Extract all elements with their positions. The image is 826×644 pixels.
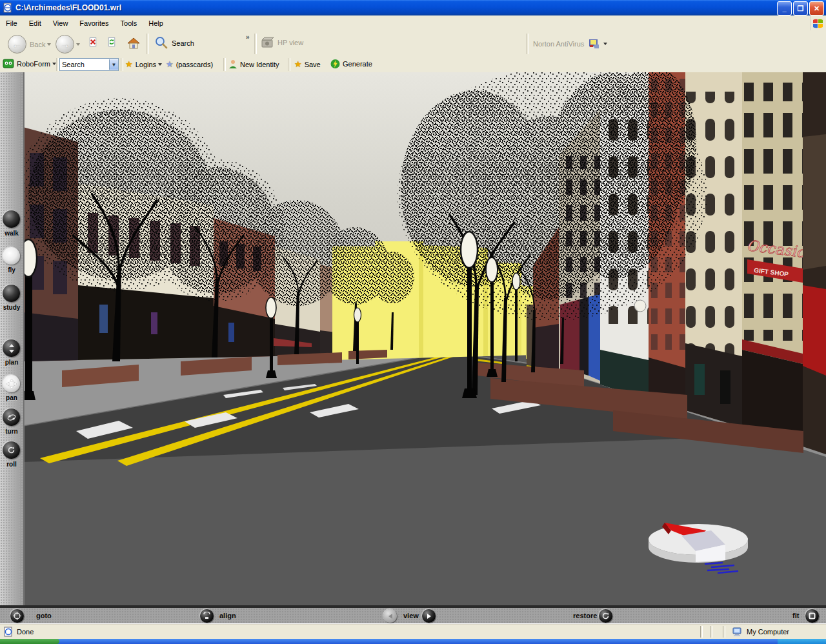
- plan-label: plan: [0, 359, 23, 366]
- align-button[interactable]: [200, 609, 214, 623]
- turn-button[interactable]: [3, 408, 20, 426]
- fly-label: fly: [0, 267, 23, 274]
- statusbar-separator: [723, 626, 725, 638]
- restore-rotate-icon: [601, 612, 610, 620]
- forward-icon: →: [55, 35, 74, 54]
- fit-button[interactable]: [805, 609, 819, 623]
- pan-button[interactable]: [3, 375, 20, 392]
- fit-label: fit: [792, 612, 799, 619]
- menu-bar: File Edit View Favorites Tools Help: [0, 15, 826, 32]
- logins-dropdown-icon[interactable]: [158, 63, 162, 66]
- study-button[interactable]: [3, 285, 20, 302]
- restore-button[interactable]: ❐: [793, 1, 808, 15]
- roboform-search-combo[interactable]: ▼: [59, 58, 119, 71]
- restore-label: restore: [573, 612, 597, 619]
- roboform-menu-button[interactable]: RoboForm: [3, 59, 56, 68]
- hp-view-label: HP view: [277, 39, 303, 46]
- plan-button[interactable]: [3, 339, 20, 357]
- view-previous-button[interactable]: [383, 609, 397, 623]
- menu-tools[interactable]: Tools: [115, 17, 143, 30]
- title-bar[interactable]: C:\Archimedes\FLOOD01.wrl _ ❐ ✕: [0, 0, 826, 15]
- fly-button[interactable]: [3, 247, 20, 265]
- save-button[interactable]: ★ Save: [294, 59, 321, 69]
- menu-favorites[interactable]: Favorites: [74, 17, 114, 30]
- align-label: align: [219, 612, 236, 619]
- goto-label: goto: [36, 612, 52, 619]
- norton-icon: [588, 38, 600, 49]
- hp-view-button[interactable]: HP view: [261, 36, 303, 49]
- roboform-search-input[interactable]: [60, 61, 109, 68]
- turn-label: turn: [0, 428, 23, 435]
- new-identity-label: New Identity: [240, 61, 279, 68]
- system-tray-sliver: [778, 639, 826, 644]
- back-dropdown-icon[interactable]: [47, 43, 51, 46]
- toolbar-overflow-chevron[interactable]: »: [246, 34, 250, 41]
- norton-antivirus-button[interactable]: Norton AntiVirus: [533, 38, 607, 49]
- save-label: Save: [305, 61, 321, 68]
- walk-label: walk: [0, 230, 23, 237]
- forward-button[interactable]: →: [55, 35, 80, 54]
- walk-button[interactable]: [3, 210, 20, 228]
- toolbar-separator: [526, 34, 529, 54]
- refresh-icon: [106, 37, 117, 47]
- toolbar-separator: [146, 34, 149, 54]
- pan-arrows-icon: [6, 379, 17, 389]
- combo-dropdown-icon[interactable]: ▼: [109, 59, 118, 70]
- home-button[interactable]: [126, 36, 141, 50]
- search-button[interactable]: Search: [154, 35, 194, 51]
- status-bar: Done My Computer: [0, 623, 826, 639]
- logins-star-icon: ★: [125, 59, 133, 69]
- logins-button[interactable]: ★ Logins: [125, 59, 162, 69]
- search-icon: [154, 35, 169, 51]
- menu-file[interactable]: File: [0, 17, 23, 30]
- status-zone-label: My Computer: [747, 628, 789, 636]
- minimize-button[interactable]: _: [777, 1, 792, 15]
- generate-button[interactable]: Generate: [330, 59, 372, 69]
- new-identity-button[interactable]: New Identity: [228, 59, 279, 69]
- roll-button[interactable]: [3, 441, 20, 459]
- browser-window: C:\Archimedes\FLOOD01.wrl _ ❐ ✕ File Edi…: [0, 0, 826, 644]
- lightning-icon: [330, 59, 340, 69]
- back-label: Back: [30, 41, 45, 48]
- roboform-icon: [3, 59, 14, 68]
- my-computer-icon: [732, 627, 743, 637]
- statusbar-separator: [710, 626, 712, 638]
- save-star-icon: ★: [294, 59, 302, 69]
- view-next-button[interactable]: [422, 609, 436, 623]
- goto-button[interactable]: [10, 609, 24, 623]
- back-button[interactable]: ← Back: [8, 35, 51, 54]
- 3d-scene[interactable]: Occasionally GIFT SHOP: [23, 72, 826, 605]
- close-button[interactable]: ✕: [809, 1, 824, 15]
- menu-help[interactable]: Help: [143, 17, 169, 30]
- home-icon: [126, 36, 141, 50]
- study-label: study: [0, 304, 23, 311]
- forward-dropdown-icon[interactable]: [76, 43, 80, 46]
- taskbar-sliver[interactable]: [0, 639, 826, 644]
- person-icon: [228, 59, 237, 69]
- stop-icon: [88, 37, 98, 47]
- view-prev-arrow-icon: [387, 613, 394, 619]
- vrml-nav-strip: walk fly study plan pan turn: [0, 72, 24, 605]
- restore-button[interactable]: [599, 609, 612, 623]
- windows-logo-icon: [810, 16, 825, 30]
- view-next-arrow-icon: [426, 613, 432, 619]
- menu-edit[interactable]: Edit: [23, 17, 47, 30]
- ie-toolbar: ← Back →: [0, 31, 826, 57]
- plan-arrows-icon: [8, 344, 15, 353]
- passcards-label: (passcards): [176, 61, 213, 68]
- stop-button[interactable]: [88, 37, 98, 47]
- back-icon: ←: [8, 35, 26, 54]
- ie-document-icon: [3, 3, 13, 13]
- roll-rotate-icon: [7, 446, 15, 454]
- passcards-star-icon: ★: [166, 59, 174, 69]
- roboform-toolbar: RoboForm ▼ ★ Logins ★ (passcards) New Id…: [0, 57, 826, 73]
- passcards-button[interactable]: ★ (passcards): [166, 59, 213, 69]
- start-button-sliver[interactable]: [0, 639, 59, 644]
- norton-dropdown-icon[interactable]: [603, 43, 607, 45]
- refresh-button[interactable]: [106, 37, 117, 47]
- street-scene-render: Occasionally GIFT SHOP: [23, 72, 826, 605]
- status-text: Done: [17, 628, 34, 636]
- turn-orbit-icon: [7, 413, 16, 422]
- menu-view[interactable]: View: [47, 17, 74, 30]
- rf-separator: [56, 58, 59, 71]
